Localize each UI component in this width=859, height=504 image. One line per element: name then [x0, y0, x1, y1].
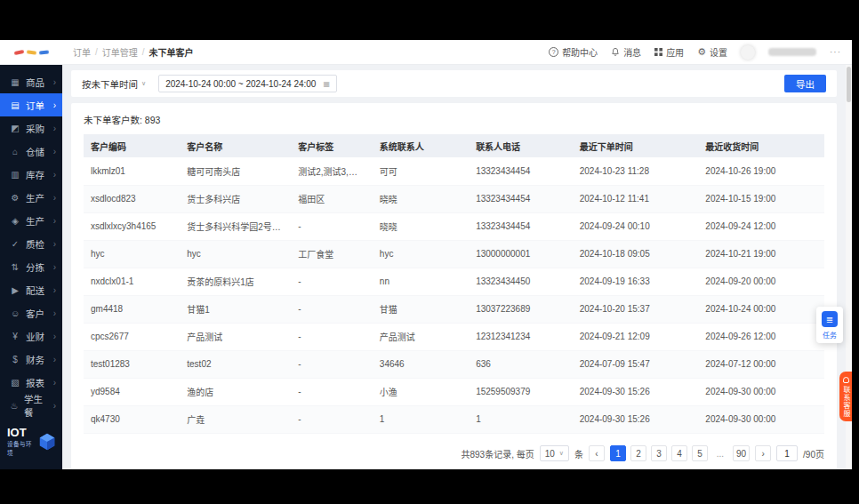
- customer-table-body: lkkmlz01糖可可南头店测试2,测试3,测试4...可可1332343445…: [84, 157, 824, 433]
- sidebar-item-14[interactable]: ♨学生餐›: [0, 394, 62, 417]
- export-button[interactable]: 导出: [784, 75, 826, 92]
- table-cell: 13323434454: [469, 212, 573, 240]
- page-jump-input[interactable]: [776, 445, 798, 461]
- headset-icon: [843, 377, 849, 383]
- pagination-ellipsis[interactable]: ...: [712, 445, 728, 461]
- pagination-page-4[interactable]: 4: [671, 445, 687, 461]
- table-cell: 2024-09-19 16:33: [573, 268, 699, 295]
- table-cell: 2024-09-30 00:00: [698, 405, 824, 433]
- sidebar-item-4[interactable]: ▥库存›: [0, 163, 62, 186]
- messages-button[interactable]: 消息: [611, 45, 641, 59]
- page-size-select[interactable]: 10 ∨: [540, 445, 569, 461]
- date-range-input[interactable]: 2024-10-24 00:00 ~ 2024-10-24 24:00 ▦: [158, 75, 337, 92]
- customer-table: 客户编码客户名称客户标签系统联系人联系人电话最近下单时间最近收货时间 lkkml…: [84, 134, 824, 434]
- table-cell: -: [291, 350, 373, 378]
- table-cell: 2024-09-30 15:26: [573, 405, 699, 433]
- pagination-page-5[interactable]: 5: [692, 445, 708, 461]
- pagination-pages: 12345...90: [610, 445, 750, 461]
- table-cell: -: [291, 295, 373, 323]
- sidebar-item-icon: ⌂: [10, 147, 20, 156]
- pagination-page-90[interactable]: 90: [733, 445, 750, 461]
- column-header: 最近收货时间: [698, 134, 824, 157]
- filter-type-dropdown[interactable]: 按未下单时间 ∨: [82, 77, 146, 91]
- sidebar-item-0[interactable]: ▦商品›: [0, 70, 62, 93]
- table-cell: -: [291, 405, 373, 433]
- sidebar-item-10[interactable]: ☺客户›: [0, 301, 62, 324]
- sidebar-item-label: 库存: [26, 168, 44, 181]
- sidebar-item-13[interactable]: ▧报表›: [0, 371, 62, 394]
- chevron-right-icon: ›: [53, 355, 56, 364]
- sidebar-item-3[interactable]: ⌂仓储›: [0, 140, 62, 163]
- settings-button[interactable]: ⚙ 设置: [697, 45, 727, 59]
- sidebar-item-icon: ☺: [10, 308, 20, 318]
- table-cell: 货士多科兴科学园2号1...: [180, 212, 291, 240]
- chevron-right-icon: ›: [53, 262, 56, 272]
- apps-label: 应用: [666, 45, 684, 59]
- record-count-text: 共893条记录, 每页: [461, 447, 534, 460]
- sidebar-item-7[interactable]: ✓质检›: [0, 232, 62, 255]
- table-cell: 产品测试: [180, 323, 291, 350]
- pagination-page-1[interactable]: 1: [610, 445, 626, 461]
- table-cell: 2024-09-24 12:00: [698, 212, 824, 240]
- table-cell: 可可: [373, 157, 469, 185]
- pagination-next[interactable]: ›: [755, 445, 771, 461]
- brand-logo[interactable]: [0, 40, 62, 64]
- table-cell: 2024-10-15 19:00: [698, 185, 824, 212]
- sidebar-item-1[interactable]: ▤订单›: [0, 93, 62, 116]
- breadcrumb-item-orders[interactable]: 订单: [73, 45, 91, 59]
- table-cell: 甘猫1: [180, 295, 291, 323]
- sidebar-item-8[interactable]: ⇅分拣›: [0, 255, 62, 278]
- table-cell: 2024-09-30 00:00: [698, 378, 824, 405]
- table-cell: -: [291, 212, 373, 240]
- calendar-icon: ▦: [323, 80, 330, 88]
- column-header: 系统联系人: [373, 134, 469, 157]
- table-cell: 渔的店: [180, 378, 291, 405]
- column-header: 最近下单时间: [573, 134, 699, 157]
- column-header: 联系人电话: [469, 134, 573, 157]
- table-cell: 小渔: [373, 378, 469, 405]
- task-float-button[interactable]: ≣ 任务: [816, 307, 843, 343]
- sidebar-item-12[interactable]: $财务›: [0, 348, 62, 371]
- table-cell: 广垚: [180, 405, 291, 433]
- scrollbar-thumb[interactable]: [847, 67, 851, 102]
- pagination-page-3[interactable]: 3: [651, 445, 667, 461]
- apps-button[interactable]: 应用: [654, 45, 684, 59]
- sidebar-item-label: 采购: [26, 122, 44, 135]
- table-cell: yd9584: [84, 378, 180, 405]
- sidebar-item-6[interactable]: ◈生产›: [0, 209, 62, 232]
- sidebar-item-11[interactable]: ¥业财›: [0, 324, 62, 348]
- sidebar-item-2[interactable]: ◩采购›: [0, 116, 62, 140]
- help-center-button[interactable]: ? 帮助中心: [549, 45, 598, 59]
- table-cell: xsdlocd823: [84, 185, 180, 212]
- breadcrumb-current: 未下单客户: [149, 45, 194, 59]
- customer-service-button[interactable]: 联系客服: [839, 372, 852, 421]
- more-icon[interactable]: ···: [830, 47, 841, 57]
- gear-icon: ⚙: [697, 47, 706, 57]
- logo-shape: [38, 50, 48, 54]
- sidebar-item-9[interactable]: ▶配送›: [0, 278, 62, 301]
- avatar[interactable]: [741, 45, 755, 60]
- main-content: 按未下单时间 ∨ 2024-10-24 00:00 ~ 2024-10-24 2…: [62, 65, 846, 469]
- cube-icon: [37, 432, 57, 452]
- table-cell: 2024-09-24 00:10: [573, 212, 699, 240]
- messages-label: 消息: [623, 45, 641, 59]
- customer-count-value: 893: [145, 115, 161, 125]
- table-cell: 2024-10-23 11:28: [573, 157, 699, 185]
- table-row: hychyc工厂食堂hyc130000000012024-10-18 09:05…: [84, 240, 824, 268]
- table-cell: 货士多科兴店: [180, 185, 291, 212]
- table-row: lkkmlz01糖可可南头店测试2,测试3,测试4...可可1332343445…: [84, 157, 824, 185]
- chevron-right-icon: ›: [53, 100, 56, 110]
- table-cell: 2024-10-20 15:37: [573, 295, 699, 323]
- app-window: 订单 / 订单管理 / 未下单客户 ? 帮助中心 消息: [0, 40, 852, 469]
- sidebar-item-label: 商品: [26, 76, 44, 89]
- pagination-prev[interactable]: ‹: [589, 445, 605, 461]
- table-cell: 2024-09-26 12:00: [698, 323, 824, 350]
- breadcrumb-item-order-management[interactable]: 订单管理: [102, 45, 138, 59]
- table-cell: 2024-10-18 09:05: [573, 240, 699, 268]
- pagination-page-2[interactable]: 2: [630, 445, 646, 461]
- table-row: cpcs2677产品测试-产品测试123123412342024-09-21 1…: [84, 323, 824, 350]
- table-cell: 2024-10-26 19:00: [698, 157, 824, 185]
- sidebar-item-5[interactable]: ⚙生产›: [0, 186, 62, 209]
- customer-service-label: 联系客服: [842, 386, 849, 418]
- table-cell: 测试2,测试3,测试4...: [291, 157, 373, 185]
